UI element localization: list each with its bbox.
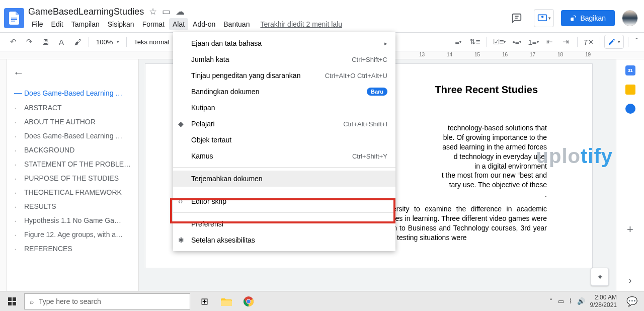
search-icon: ⌕	[30, 297, 34, 305]
chrome-icon[interactable]	[238, 291, 259, 312]
menu-compare[interactable]: Bandingkan dokumenBaru	[173, 84, 395, 100]
align-icon[interactable]: ≡▾	[451, 35, 465, 49]
outline-item[interactable]: ·ABOUT THE AUTHOR	[13, 115, 135, 129]
menu-spelling[interactable]: Ejaan dan tata bahasa▸	[173, 35, 395, 51]
windows-taskbar: ⌕ Type here to search ⊞ ˄ ▭ ⌇ 🔊 2:00 AM …	[0, 291, 644, 311]
spellcheck-icon[interactable]: Ā	[54, 35, 68, 49]
ruler-tick: 19	[585, 52, 591, 57]
svg-rect-2	[11, 21, 15, 22]
bulleted-list-icon[interactable]: •≡▾	[510, 35, 524, 49]
share-button[interactable]: Bagikan	[561, 10, 615, 26]
taskbar-search[interactable]: ⌕ Type here to search	[24, 293, 190, 309]
outline-item[interactable]: ·STATEMENT OF THE PROBLE…	[13, 157, 135, 171]
ruler-tick: 13	[419, 52, 425, 57]
explore-button[interactable]: ✦	[591, 268, 609, 286]
comments-icon[interactable]	[507, 8, 527, 28]
menu-dictionary[interactable]: KamusCtrl+Shift+Y	[173, 148, 395, 164]
doc-title[interactable]: GameBasedLearningStudies	[28, 7, 144, 17]
ruler-tick: 14	[447, 52, 452, 57]
account-avatar[interactable]	[622, 10, 638, 26]
svg-rect-9	[13, 302, 16, 305]
indent-decrease-icon[interactable]: ⇤	[543, 35, 557, 49]
outline-item[interactable]: ·BACKGROUND	[13, 143, 135, 157]
menu-format[interactable]: Format	[139, 18, 168, 30]
menu-addons[interactable]: Add-on	[189, 18, 219, 30]
tray-wifi-icon[interactable]: ⌇	[569, 297, 572, 305]
undo-icon[interactable]: ↶	[6, 35, 20, 49]
taskbar-clock[interactable]: 2:00 AM 9/28/2021	[590, 294, 617, 308]
zoom-select[interactable]: 100%	[93, 35, 122, 49]
outline-item[interactable]: —Does Game-Based Learning …	[13, 86, 135, 101]
line-spacing-icon[interactable]: ⇅≡	[467, 35, 482, 49]
task-view-icon[interactable]: ⊞	[194, 291, 214, 312]
ruler-tick: 15	[474, 52, 480, 57]
notification-icon[interactable]: 💬	[622, 291, 642, 312]
collapse-toolbar-icon[interactable]: ˆ	[635, 37, 638, 46]
outline-back-icon[interactable]: ←	[13, 66, 135, 80]
menu-view[interactable]: Tampilan	[68, 18, 103, 30]
menu-tools[interactable]: Alat	[169, 18, 188, 30]
ruler-tick: 16	[502, 52, 508, 57]
menu-linked-objects[interactable]: Objek tertaut	[173, 132, 395, 148]
docs-logo[interactable]	[4, 8, 24, 28]
svg-rect-1	[11, 19, 17, 20]
menu-insert[interactable]: Sisipkan	[104, 18, 138, 30]
outline-item[interactable]: ·PURPOSE OF THE STUDIES	[13, 171, 135, 185]
tools-dropdown: Ejaan dan tata bahasa▸ Jumlah kataCtrl+S…	[173, 32, 395, 251]
menu-help[interactable]: Bantuan	[220, 18, 253, 30]
keep-icon[interactable]	[625, 85, 635, 95]
ruler-tick: 17	[530, 52, 535, 57]
search-placeholder: Type here to search	[39, 297, 101, 305]
indent-increase-icon[interactable]: ⇥	[559, 35, 573, 49]
paint-format-icon[interactable]: 🖌	[70, 35, 85, 49]
menu-explore[interactable]: ◆PelajariCtrl+Alt+Shift+I	[173, 116, 395, 132]
script-icon: ‹›	[178, 197, 183, 205]
svg-rect-7	[13, 297, 16, 301]
menu-script-editor[interactable]: ‹›Editor skrip	[173, 193, 395, 209]
cloud-icon[interactable]: ☁	[176, 6, 185, 17]
ruler-tick: 18	[557, 52, 563, 57]
star-icon[interactable]: ☆	[149, 6, 157, 17]
numbered-list-icon[interactable]: 1≡▾	[526, 35, 540, 49]
print-icon[interactable]: 🖶	[38, 35, 52, 49]
outline-item[interactable]: ·RESULTS	[13, 199, 135, 213]
checklist-icon[interactable]: ☑≡▾	[491, 35, 508, 49]
menu-file[interactable]: File	[28, 18, 47, 30]
outline-item[interactable]: ·REFERENCES	[13, 242, 135, 256]
menu-wordcount[interactable]: Jumlah kataCtrl+Shift+C	[173, 51, 395, 67]
svg-rect-10	[221, 300, 232, 306]
redo-icon[interactable]: ↷	[22, 35, 36, 49]
menu-accessibility[interactable]: ✱Setelan aksesibilitas	[173, 232, 395, 248]
clear-format-icon[interactable]: T✕	[582, 35, 596, 49]
side-panel: + ›	[616, 59, 644, 291]
menu-citation[interactable]: Kutipan	[173, 100, 395, 116]
outline-pane: ← —Does Game-Based Learning …·ABSTRACT·A…	[7, 59, 139, 291]
calendar-icon[interactable]	[625, 65, 635, 75]
move-icon[interactable]: ▭	[162, 6, 171, 17]
edit-mode-button[interactable]: ▾	[604, 35, 624, 49]
menu-edit[interactable]: Edit	[48, 18, 67, 30]
menu-preferences[interactable]: Preferensi	[173, 216, 395, 232]
tray-battery-icon[interactable]: ▭	[558, 297, 564, 305]
start-button[interactable]	[0, 291, 24, 312]
share-label: Bagikan	[580, 14, 606, 22]
outline-item[interactable]: ·THEORETICAL FRAMEWORK	[13, 185, 135, 199]
outline-item[interactable]: ·Does Game-Based Learning …	[13, 129, 135, 143]
last-edit[interactable]: Terakhir diedit 2 menit lalu	[260, 20, 342, 28]
present-button[interactable]: ▾	[534, 9, 554, 27]
menu-review-suggestions[interactable]: Tinjau pengeditan yang disarankanCtrl+Al…	[173, 67, 395, 84]
file-explorer-icon[interactable]	[216, 291, 236, 312]
collapse-side-panel-icon[interactable]: ›	[629, 275, 632, 286]
menu-translate-document[interactable]: Terjemahkan dokumen	[173, 171, 395, 187]
tray-chevron-icon[interactable]: ˄	[549, 297, 553, 305]
accessibility-icon: ✱	[178, 236, 184, 244]
tasks-icon[interactable]	[625, 104, 635, 114]
svg-rect-6	[8, 297, 12, 301]
outline-item[interactable]: ·ABSTRACT	[13, 101, 135, 115]
add-addon-icon[interactable]: +	[627, 223, 633, 236]
outline-item[interactable]: ·Figure 12. Age groups, with a…	[13, 227, 135, 242]
tray-volume-icon[interactable]: 🔊	[577, 297, 585, 305]
vertical-ruler[interactable]	[0, 59, 7, 291]
svg-point-13	[247, 299, 251, 303]
outline-item[interactable]: ·Hypothesis 1.1 No Game Ga…	[13, 213, 135, 227]
